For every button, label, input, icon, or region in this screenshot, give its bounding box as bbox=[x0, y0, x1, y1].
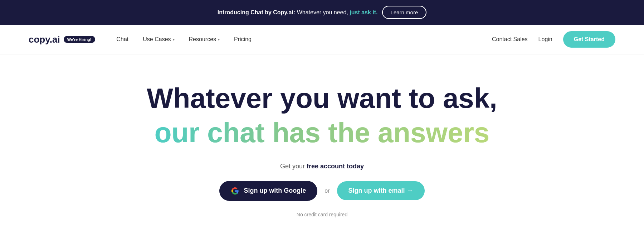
google-icon bbox=[231, 187, 239, 195]
nav-use-cases[interactable]: Use Cases ▾ bbox=[143, 36, 174, 43]
logo[interactable]: copy.ai bbox=[29, 34, 60, 45]
nav-use-cases-label: Use Cases bbox=[143, 36, 171, 43]
hero-title-line2: our chat has the answers bbox=[155, 117, 489, 148]
email-signup-label: Sign up with email → bbox=[348, 187, 413, 194]
nav-chat-label: Chat bbox=[117, 36, 129, 43]
cta-bold: free account today bbox=[307, 163, 364, 170]
or-divider: or bbox=[325, 188, 330, 194]
announcement-intro: Introducing Chat by Copy.ai: bbox=[218, 9, 295, 15]
learn-more-button[interactable]: Learn more bbox=[382, 6, 427, 19]
nav-right: Contact Sales Login Get Started bbox=[492, 31, 615, 48]
no-credit-card-text: No credit card required bbox=[297, 212, 347, 217]
hiring-badge[interactable]: We're Hiring! bbox=[64, 36, 95, 43]
hero-title-line1: Whatever you want to ask, bbox=[147, 83, 497, 114]
announcement-main: Whatever you need, bbox=[297, 9, 348, 15]
cta-prefix: Get your bbox=[280, 163, 307, 170]
logo-area: copy.ai We're Hiring! bbox=[29, 34, 95, 45]
google-signup-button[interactable]: Sign up with Google bbox=[219, 181, 317, 201]
hero-cta-text: Get your free account today bbox=[280, 163, 364, 170]
login-link[interactable]: Login bbox=[538, 36, 552, 43]
contact-sales-link[interactable]: Contact Sales bbox=[492, 36, 528, 43]
get-started-button[interactable]: Get Started bbox=[563, 31, 615, 48]
nav-pricing[interactable]: Pricing bbox=[234, 36, 252, 43]
nav-resources[interactable]: Resources ▾ bbox=[189, 36, 220, 43]
email-signup-button[interactable]: Sign up with email → bbox=[337, 181, 425, 200]
nav-links: Chat Use Cases ▾ Resources ▾ Pricing bbox=[117, 36, 492, 43]
announcement-highlight: just ask it. bbox=[350, 9, 377, 15]
use-cases-chevron-icon: ▾ bbox=[173, 38, 175, 42]
nav-chat[interactable]: Chat bbox=[117, 36, 129, 43]
google-signup-label: Sign up with Google bbox=[244, 187, 306, 194]
announcement-bar: Introducing Chat by Copy.ai: Whatever yo… bbox=[0, 0, 644, 25]
announcement-text: Introducing Chat by Copy.ai: Whatever yo… bbox=[218, 9, 378, 16]
hero-section: Whatever you want to ask, our chat has t… bbox=[0, 54, 644, 239]
cta-buttons: Sign up with Google or Sign up with emai… bbox=[219, 181, 424, 201]
navigation: copy.ai We're Hiring! Chat Use Cases ▾ R… bbox=[0, 25, 644, 54]
resources-chevron-icon: ▾ bbox=[218, 38, 220, 42]
nav-pricing-label: Pricing bbox=[234, 36, 252, 43]
nav-resources-label: Resources bbox=[189, 36, 216, 43]
